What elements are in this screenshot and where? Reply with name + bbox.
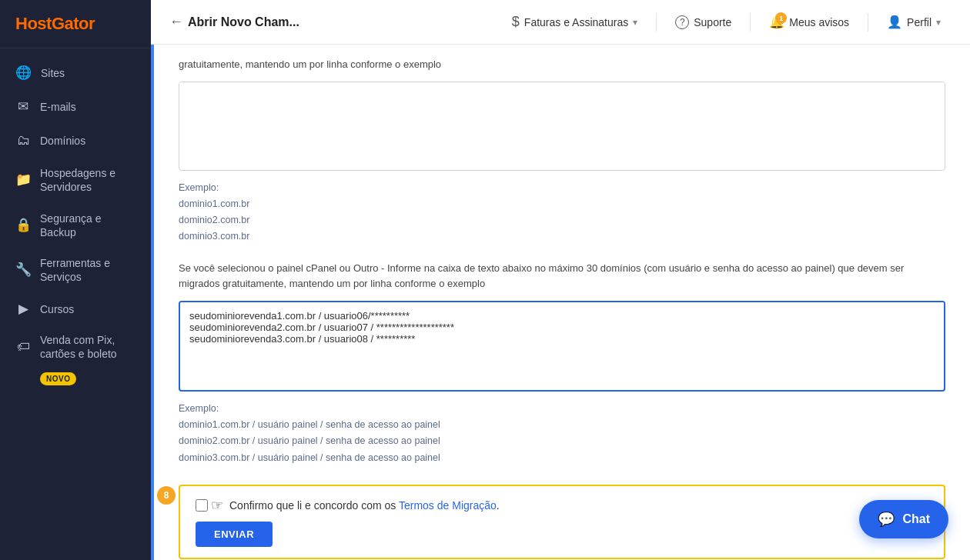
sidebar-item-venda[interactable]: 🏷 Venda com Pix, cartões e boleto NOVO <box>0 327 151 388</box>
novo-badge: NOVO <box>40 372 76 385</box>
sidebar-item-seguranca[interactable]: 🔒 Segurança e Backup <box>0 203 151 248</box>
example2-label: Exemplo: <box>179 403 219 414</box>
nav-faturas[interactable]: $ Faturas e Assinaturas ▾ <box>501 9 648 35</box>
nav-faturas-label: Faturas e Assinaturas <box>524 16 628 28</box>
agree-checkbox[interactable] <box>196 499 208 512</box>
notification-badge: 1 <box>775 12 787 24</box>
chevron-down-icon-perfil: ▾ <box>936 17 941 28</box>
logo-text: HostGator <box>15 14 95 33</box>
textarea2[interactable] <box>180 302 944 387</box>
sidebar-item-emails[interactable]: ✉ E-mails <box>0 90 151 124</box>
sidebar-item-ferramentas[interactable]: 🔧 Ferramentas e Serviços <box>0 248 151 292</box>
sidebar-label-hospedagens: Hospedagens e Servidores <box>40 166 135 194</box>
cursor-icon: ☞ <box>211 497 223 514</box>
user-icon: 👤 <box>887 15 902 29</box>
suporte-icon: ? <box>675 15 689 29</box>
sidebar-item-sites[interactable]: 🌐 Sites <box>0 56 151 90</box>
tools-icon: 🔧 <box>15 262 31 278</box>
chat-button[interactable]: 💬 Chat <box>859 500 948 538</box>
form-section: gratuitamente, mantendo um por linha con… <box>151 45 970 560</box>
nav-avisos-label: Meus avisos <box>789 16 849 28</box>
back-arrow-icon: ← <box>169 14 183 30</box>
example2-block: Exemplo: dominio1.com.br / usuário paine… <box>179 401 945 466</box>
example2-line3: dominio3.com.br / usuário painel / senha… <box>179 452 440 463</box>
sidebar-nav: 🌐 Sites ✉ E-mails 🗂 Domínios 📁 Hospedage… <box>0 48 151 560</box>
lock-icon: 🔒 <box>15 217 31 234</box>
bottom-wrapper: 8 ☞ Confirmo que li e concordo com os Te… <box>179 478 945 559</box>
bell-icon: 🔔 1 <box>769 15 784 29</box>
form-container: gratuitamente, mantendo um por linha con… <box>151 45 970 560</box>
checkbox-text-before: Confirmo que li e concordo com os <box>229 499 399 512</box>
sidebar-item-dominios[interactable]: 🗂 Domínios <box>0 124 151 158</box>
page-title: Abrir Novo Cham... <box>188 15 299 29</box>
faturas-icon: $ <box>512 14 520 30</box>
checkbox-text-after: . <box>497 499 500 512</box>
sidebar-label-dominios: Domínios <box>40 134 85 148</box>
domain-icon: 🗂 <box>15 132 31 149</box>
play-icon: ▶ <box>15 301 31 318</box>
chevron-down-icon: ▾ <box>633 17 637 28</box>
nav-perfil-label: Perfil <box>907 16 932 28</box>
bottom-section: ☞ Confirmo que li e concordo com os Term… <box>179 485 945 559</box>
header: ← Abrir Novo Cham... $ Faturas e Assinat… <box>151 0 970 45</box>
termos-link[interactable]: Termos de Migração <box>399 499 497 512</box>
example1-block: Exemplo: dominio1.com.br dominio2.com.br… <box>179 180 945 245</box>
nav-divider-3 <box>868 13 868 32</box>
enviar-button[interactable]: ENVIAR <box>196 522 273 547</box>
server-icon: 📁 <box>15 172 31 188</box>
nav-divider-1 <box>656 13 657 32</box>
sidebar-label-cursos: Cursos <box>40 302 74 316</box>
main-content: ← Abrir Novo Cham... $ Faturas e Assinat… <box>151 0 970 560</box>
example1-label: Exemplo: <box>179 182 219 193</box>
example1-line1: dominio1.com.br <box>179 198 249 209</box>
nav-suporte-label: Suporte <box>694 16 731 28</box>
example1-line2: dominio2.com.br <box>179 215 249 225</box>
sidebar-item-hospedagens[interactable]: 📁 Hospedagens e Servidores <box>0 158 151 202</box>
content-area: gratuitamente, mantendo um por linha con… <box>151 45 970 560</box>
nav-perfil[interactable]: 👤 Perfil ▾ <box>876 10 952 34</box>
textarea2-wrapper <box>179 301 945 392</box>
checkbox-row: ☞ Confirmo que li e concordo com os Term… <box>196 497 928 514</box>
checkbox-label[interactable]: Confirmo que li e concordo com os Termos… <box>229 499 500 512</box>
textarea1[interactable] <box>179 82 945 167</box>
sidebar-label-sites: Sites <box>41 66 65 80</box>
example2-line1: dominio1.com.br / usuário painel / senha… <box>179 419 440 430</box>
textarea1-wrapper <box>179 82 945 171</box>
back-button[interactable]: ← Abrir Novo Cham... <box>169 14 299 30</box>
step-badge: 8 <box>157 486 176 505</box>
sidebar-logo: HostGator <box>0 0 151 48</box>
nav-divider-2 <box>750 13 751 32</box>
example2-line2: dominio2.com.br / usuário painel / senha… <box>179 435 440 446</box>
sidebar-item-cursos[interactable]: ▶ Cursos <box>0 292 151 326</box>
email-icon: ✉ <box>15 98 31 115</box>
chat-label: Chat <box>902 512 930 526</box>
header-nav: $ Faturas e Assinaturas ▾ ? Suporte 🔔 1 … <box>501 9 952 35</box>
globe-icon: 🌐 <box>15 65 32 82</box>
nav-suporte[interactable]: ? Suporte <box>664 11 742 34</box>
desc2: Se você selecionou o painel cPanel ou Ou… <box>179 261 945 292</box>
sidebar-label-ferramentas: Ferramentas e Serviços <box>40 256 135 284</box>
chat-icon: 💬 <box>878 511 895 528</box>
nav-avisos[interactable]: 🔔 1 Meus avisos <box>758 10 860 34</box>
desc-top: gratuitamente, mantendo um por linha con… <box>179 57 945 72</box>
sidebar-label-venda: Venda com Pix, cartões e boleto <box>40 333 135 361</box>
sidebar: HostGator 🌐 Sites ✉ E-mails 🗂 Domínios 📁… <box>0 0 151 560</box>
sidebar-label-seguranca: Segurança e Backup <box>40 212 135 239</box>
example1-line3: dominio3.com.br <box>179 231 249 242</box>
venda-icon: 🏷 <box>15 338 31 355</box>
sidebar-label-emails: E-mails <box>40 100 76 114</box>
